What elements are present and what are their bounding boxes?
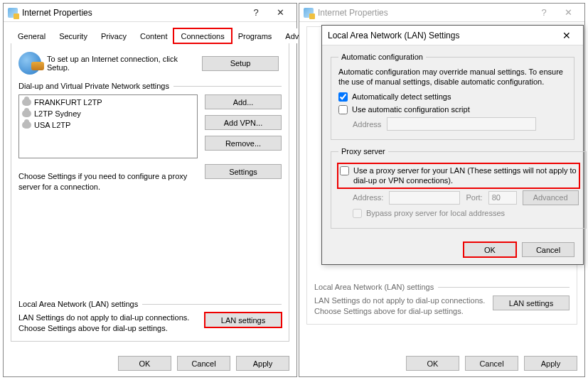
ok-button[interactable]: OK	[464, 242, 516, 257]
cancel-button[interactable]: Cancel	[465, 356, 518, 371]
close-button[interactable]: ✕	[556, 30, 577, 41]
proxy-address-input[interactable]	[389, 191, 460, 205]
list-item-label: USA L2TP	[34, 121, 70, 129]
remove-button[interactable]: Remove...	[205, 136, 282, 151]
add-button[interactable]: Add...	[205, 94, 282, 109]
auto-detect-label: Automatically detect settings	[352, 92, 451, 102]
modal-titlebar: Local Area Network (LAN) Settings ✕	[322, 26, 583, 45]
tabbar: General Security Privacy Content Connect…	[11, 28, 289, 43]
proxy-use-row: Use a proxy server for your LAN (These s…	[338, 164, 579, 188]
window-title: Internet Properties	[318, 8, 532, 18]
lan-settings-button[interactable]: LAN settings	[205, 313, 282, 327]
proxy-server-group: Proxy server Use a proxy server for your…	[331, 147, 587, 229]
dialog-body: General Security Privacy Content Connect…	[4, 22, 296, 376]
apply-button[interactable]: Apply	[236, 356, 289, 371]
help-button[interactable]: ?	[244, 5, 268, 21]
lan-text: LAN Settings do not apply to dial-up con…	[18, 313, 198, 334]
dialup-label: Dial-up and Virtual Private Network sett…	[18, 82, 169, 90]
proxy-address-label: Address:	[353, 193, 383, 202]
titlebar: Internet Properties ? ✕	[4, 4, 296, 22]
tab-privacy[interactable]: Privacy	[94, 28, 134, 43]
advanced-button[interactable]: Advanced	[523, 190, 579, 205]
auto-script-checkbox[interactable]	[338, 105, 348, 114]
divider	[173, 86, 282, 87]
proxy-port-label: Port:	[466, 193, 482, 202]
auto-desc: Automatic configuration may override man…	[338, 67, 567, 87]
connection-icon	[22, 121, 31, 129]
tab-programs[interactable]: Programs	[231, 28, 279, 43]
list-item-label: FRANKFURT L2TP	[34, 98, 102, 107]
lan-label: Local Area Network (LAN) settings	[18, 300, 138, 308]
lan-settings-dialog: Local Area Network (LAN) Settings ✕ Auto…	[321, 25, 584, 265]
auto-detect-checkbox[interactable]	[338, 92, 348, 102]
ok-button[interactable]: OK	[118, 356, 171, 371]
list-item[interactable]: L2TP Sydney	[21, 108, 196, 119]
tab-general[interactable]: General	[11, 28, 53, 43]
globe-icon	[18, 52, 41, 75]
tab-content[interactable]: Content	[133, 28, 175, 43]
auto-script-label: Use automatic configuration script	[352, 104, 470, 114]
list-item[interactable]: USA L2TP	[21, 119, 196, 131]
proxy-use-label: Use a proxy server for your LAN (These s…	[353, 165, 577, 186]
add-vpn-button[interactable]: Add VPN...	[205, 115, 282, 130]
proxy-use-checkbox[interactable]	[340, 166, 349, 175]
script-address-input[interactable]	[387, 117, 536, 131]
list-item-label: L2TP Sydney	[34, 109, 81, 118]
connection-icon	[22, 110, 31, 117]
modal-body: Automatic configuration Automatic config…	[322, 45, 583, 264]
bypass-label: Bypass proxy server for local addresses	[366, 208, 505, 218]
address-label: Address	[353, 120, 381, 129]
lan-text: LAN Settings do not apply to dial-up con…	[314, 295, 486, 317]
list-item[interactable]: FRANKFURT L2TP	[21, 97, 196, 108]
apply-button[interactable]: Apply	[524, 356, 577, 371]
close-button[interactable]: ✕	[268, 5, 292, 21]
choose-settings-text: Choose Settings if you need to configure…	[18, 171, 198, 192]
connections-listbox[interactable]: FRANKFURT L2TP L2TP Sydney USA L2TP	[18, 94, 198, 158]
cancel-button[interactable]: Cancel	[522, 242, 574, 257]
auto-legend: Automatic configuration	[338, 53, 426, 61]
settings-button[interactable]: Settings	[205, 164, 282, 179]
titlebar: Internet Properties ? ✕	[299, 4, 584, 22]
automatic-configuration-group: Automatic configuration Automatic config…	[331, 53, 574, 140]
connection-icon	[22, 99, 31, 106]
internet-options-icon	[304, 8, 314, 18]
setup-text: To set up an Internet connection, click …	[47, 55, 196, 72]
cancel-button[interactable]: Cancel	[177, 356, 230, 371]
setup-button[interactable]: Setup	[202, 56, 279, 71]
modal-title: Local Area Network (LAN) Settings	[328, 31, 556, 40]
divider	[142, 304, 282, 305]
lan-label: Local Area Network (LAN) settings	[314, 283, 434, 291]
tab-security[interactable]: Security	[52, 28, 95, 43]
window-title: Internet Properties	[22, 8, 244, 18]
proxy-legend: Proxy server	[338, 147, 388, 156]
tab-content-panel: To set up an Internet connection, click …	[11, 43, 289, 342]
divider	[438, 287, 570, 288]
bypass-checkbox[interactable]	[353, 209, 362, 218]
help-button[interactable]: ?	[532, 5, 556, 21]
internet-options-icon	[8, 8, 18, 18]
proxy-port-input[interactable]	[488, 191, 517, 205]
internet-properties-window-left: Internet Properties ? ✕ General Security…	[3, 3, 297, 377]
close-button[interactable]: ✕	[556, 5, 580, 21]
ok-button[interactable]: OK	[406, 356, 459, 371]
tab-connections[interactable]: Connections	[173, 28, 231, 43]
lan-settings-button[interactable]: LAN settings	[493, 295, 570, 310]
